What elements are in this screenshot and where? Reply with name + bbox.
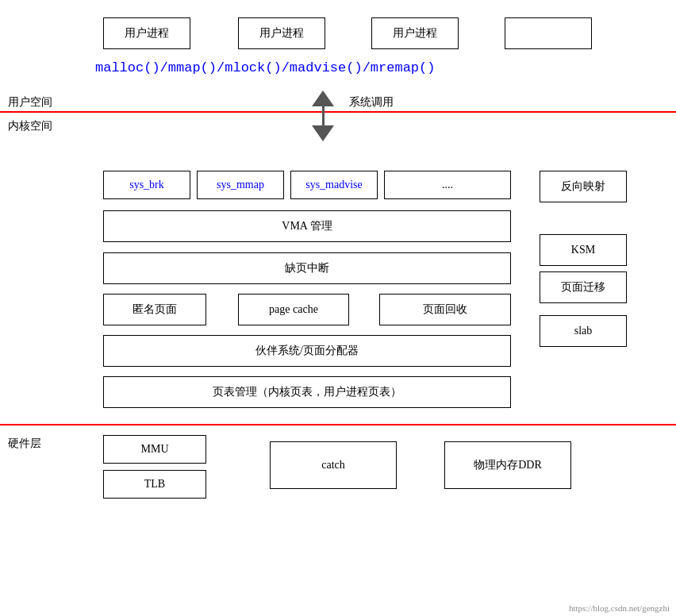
- sys-madvise-box: sys_madvise: [290, 171, 378, 199]
- kernel-space-label: 内核空间: [8, 119, 52, 133]
- hardware-line: [0, 424, 676, 425]
- syscall-title: malloc()/mmap()/mlock()/madvise()/mremap…: [95, 60, 435, 75]
- slab-box: slab: [540, 315, 627, 347]
- user-process-1: 用户进程: [103, 17, 190, 49]
- anonymous-box: 匿名页面: [103, 294, 206, 325]
- user-space-line: [0, 111, 676, 113]
- cache-box: catch: [270, 441, 397, 489]
- page-cache-box: page cache: [238, 294, 349, 325]
- buddy-box: 伙伴系统/页面分配器: [103, 335, 511, 367]
- page-fault-box: 缺页中断: [103, 252, 511, 284]
- dots-box: ....: [384, 171, 511, 199]
- user-process-4: [505, 17, 592, 49]
- arrow-down: [312, 111, 334, 141]
- page-migration-box: 页面迁移: [540, 271, 627, 303]
- reverse-mapping-box: 反向映射: [540, 171, 627, 202]
- page-table-box: 页表管理（内核页表，用户进程页表）: [103, 376, 511, 408]
- vma-box: VMA 管理: [103, 210, 511, 242]
- page-reclaim-box: 页面回收: [379, 294, 511, 325]
- tlb-box: TLB: [103, 470, 206, 499]
- user-process-3: 用户进程: [371, 17, 459, 49]
- mmu-box: MMU: [103, 435, 206, 464]
- user-process-2: 用户进程: [238, 17, 325, 49]
- ddr-box: 物理内存DDR: [444, 441, 571, 489]
- user-space-label: 用户空间: [8, 95, 52, 110]
- main-diagram: 用户进程 用户进程 用户进程 malloc()/mmap()/mlock()/m…: [0, 0, 676, 616]
- sys-mmap-box: sys_mmap: [197, 171, 284, 199]
- syscall-label: 系统调用: [349, 95, 394, 110]
- ksm-box: KSM: [540, 234, 627, 266]
- hardware-label: 硬件层: [8, 437, 41, 451]
- watermark: https://blog.csdn.net/gengzhi: [569, 603, 670, 613]
- sys-brk-box: sys_brk: [103, 171, 190, 199]
